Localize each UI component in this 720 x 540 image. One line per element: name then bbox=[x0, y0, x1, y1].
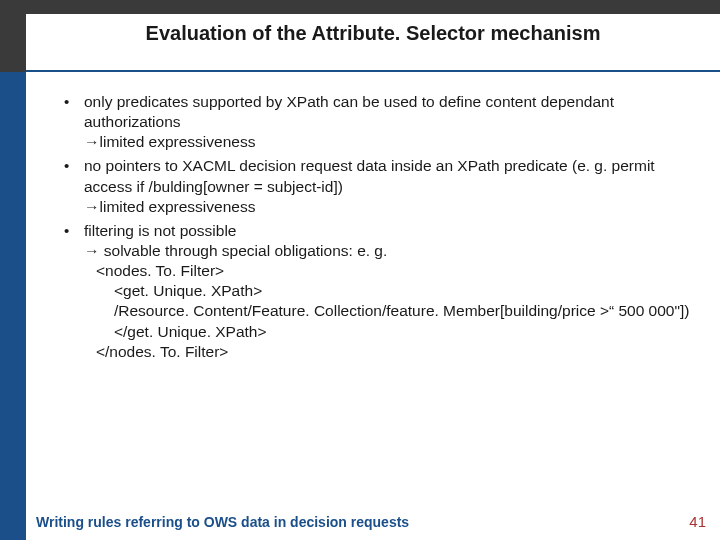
page-number: 41 bbox=[689, 513, 706, 530]
bullet-2-arrow: →limited expressiveness bbox=[84, 197, 698, 217]
bullet-1-text: only predicates supported by XPath can b… bbox=[84, 93, 614, 130]
footer-text: Writing rules referring to OWS data in d… bbox=[36, 514, 409, 530]
code-line-2: <get. Unique. XPath> bbox=[84, 281, 698, 301]
bullet-1: only predicates supported by XPath can b… bbox=[58, 92, 698, 152]
top-band bbox=[0, 0, 720, 14]
code-line-1: <nodes. To. Filter> bbox=[84, 261, 698, 281]
slide-title: Evaluation of the Attribute. Selector me… bbox=[26, 22, 720, 45]
bullet-2: no pointers to XACML decision request da… bbox=[58, 156, 698, 216]
title-underline bbox=[26, 70, 720, 72]
bullet-3-text: filtering is not possible bbox=[84, 222, 237, 239]
bullet-3-arrow: → solvable through special obligations: … bbox=[84, 241, 698, 261]
code-line-5: </nodes. To. Filter> bbox=[84, 342, 698, 362]
code-line-4: </get. Unique. XPath> bbox=[84, 322, 698, 342]
left-bar-top bbox=[0, 0, 26, 72]
bullet-1-arrow: →limited expressiveness bbox=[84, 132, 698, 152]
code-line-3: /Resource. Content/Feature. Collection/f… bbox=[84, 301, 698, 321]
slide: Evaluation of the Attribute. Selector me… bbox=[0, 0, 720, 540]
bullet-2-text: no pointers to XACML decision request da… bbox=[84, 157, 655, 194]
left-bar bbox=[0, 0, 26, 540]
footer: Writing rules referring to OWS data in d… bbox=[36, 513, 706, 530]
slide-content: only predicates supported by XPath can b… bbox=[58, 92, 698, 366]
bullet-3: filtering is not possible → solvable thr… bbox=[58, 221, 698, 362]
